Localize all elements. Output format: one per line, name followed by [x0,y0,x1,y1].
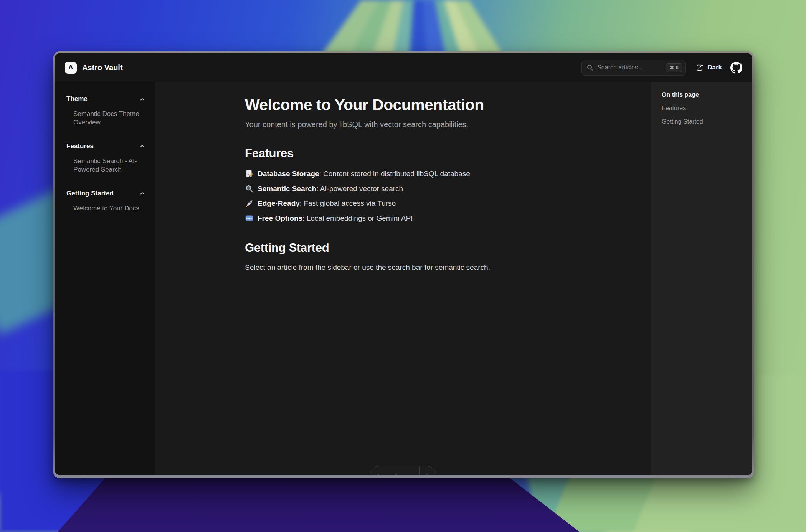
page-title: Welcome to Your Documentation [245,96,628,114]
memo-icon [245,170,253,178]
feature-separator: : [319,170,324,178]
github-link[interactable] [730,62,742,74]
sidebar-section-getting-started: Getting Started Welcome to Your Docs [66,190,145,213]
feature-label: Semantic Search [258,185,316,193]
minus-icon [408,473,414,475]
theme-toggle-label: Dark [707,64,722,71]
feature-text: Content stored in distributed libSQL dat… [323,170,470,178]
feature-item-semantic-search: Semantic Search: AI-powered vector searc… [245,184,628,194]
feature-separator: : [316,185,320,193]
feature-text: Fast global access via Turso [304,199,396,207]
toc-link-features[interactable]: Features [662,105,743,112]
sidebar-section-title: Features [66,142,94,150]
feature-text: AI-powered vector search [320,185,403,193]
features-list: Database Storage: Content stored in dist… [245,169,628,223]
toc-link-getting-started[interactable]: Getting Started [662,118,743,125]
feature-label: Edge-Ready [258,199,300,207]
feature-label: Free Options [258,214,302,222]
magnifier-icon [245,184,253,193]
font-icon: A [376,473,380,475]
sidebar-item-semantic-docs-theme-overview[interactable]: Semantic Docs Theme Overview [73,110,145,127]
sidebar-section-getting-started-header[interactable]: Getting Started [66,190,145,197]
feature-item-free-options: FREE Free Options: Local embeddings or G… [245,213,628,223]
chevron-up-icon [139,96,145,102]
feature-label: Database Storage [258,170,319,178]
search-icon [587,64,593,71]
search-input[interactable] [597,64,662,71]
feature-item-edge-ready: Edge-Ready: Fast global access via Turso [245,198,628,208]
svg-text:FREE: FREE [246,217,252,220]
sidebar-item-semantic-search[interactable]: Semantic Search - AI-Powered Search [73,157,145,174]
getting-started-text: Select an article from the sidebar or us… [245,263,628,272]
window-body: Theme Semantic Docs Theme Overview Featu… [55,82,752,475]
sidebar-section-title: Theme [66,95,88,103]
font-size-button[interactable]: A [370,466,386,475]
sidebar-section-features-header[interactable]: Features [66,142,145,150]
floating-toolbar: A [370,466,436,475]
search-shortcut-badge: ⌘ K [666,63,682,72]
chevron-up-icon [139,143,145,149]
feature-separator: : [302,214,307,222]
chevron-up-icon [139,190,145,196]
annotate-button[interactable] [386,466,403,475]
free-icon: FREE [245,214,253,223]
rocket-icon [245,199,253,208]
feature-separator: : [300,199,304,207]
features-heading: Features [245,147,628,160]
pen-icon [391,473,398,475]
minimize-button[interactable] [403,466,420,475]
settings-icon [425,473,431,475]
feature-item-database-storage: Database Storage: Content stored in dist… [245,169,628,179]
app-logo-letter: A [68,64,73,71]
app-logo[interactable]: A [65,62,77,74]
main-content: Welcome to Your Documentation Your conte… [155,82,651,475]
sidebar-section-features: Features Semantic Search - AI-Powered Se… [66,142,145,174]
theme-toggle-button[interactable]: Dark [696,64,722,72]
sidebar-section-theme-header[interactable]: Theme [66,95,145,103]
window-frame: A Astro Vault ⌘ K Dark [53,51,754,478]
settings-button[interactable] [420,466,436,475]
app-header: A Astro Vault ⌘ K Dark [55,53,752,82]
sidebar-nav: Theme Semantic Docs Theme Overview Featu… [55,82,155,475]
getting-started-heading: Getting Started [245,241,628,255]
app-title[interactable]: Astro Vault [82,63,123,72]
theme-icon [696,64,704,72]
toc-panel: On this page Features Getting Started [651,82,752,475]
toc-title: On this page [662,91,743,98]
sidebar-item-welcome-to-your-docs[interactable]: Welcome to Your Docs [73,204,145,213]
page-subtitle: Your content is powered by libSQL with v… [245,120,628,129]
app-window: A Astro Vault ⌘ K Dark [55,53,752,475]
sidebar-section-title: Getting Started [66,190,114,197]
feature-text: Local embeddings or Gemini API [307,214,413,222]
search-box[interactable]: ⌘ K [581,60,686,76]
sidebar-section-theme: Theme Semantic Docs Theme Overview [66,95,145,127]
github-icon [730,62,742,74]
